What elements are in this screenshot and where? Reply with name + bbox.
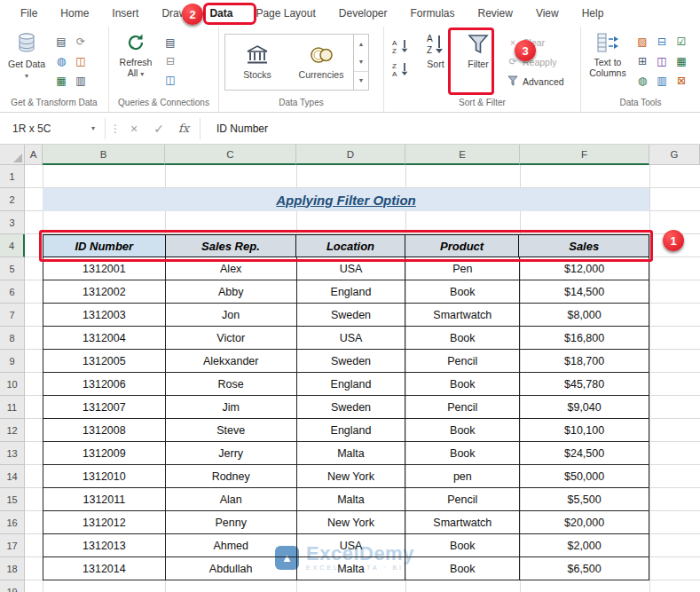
reapply-button[interactable]: ⟳Reapply [507, 56, 564, 67]
table-cell[interactable]: $5,500 [520, 488, 649, 510]
table-cell[interactable]: $20,000 [520, 511, 649, 533]
table-cell[interactable]: 1312008 [43, 419, 166, 441]
advanced-button[interactable]: Advanced [507, 75, 564, 88]
sort-az-icon[interactable]: AZ [389, 36, 413, 54]
formula-input[interactable]: ID Number [216, 122, 268, 135]
table-cell[interactable]: $12,000 [520, 257, 649, 280]
row-header-19[interactable]: 19 [0, 580, 25, 592]
text-to-columns-button[interactable]: Text to Columns [586, 29, 629, 81]
table-cell[interactable]: 1312003 [43, 304, 166, 326]
table-cell[interactable]: 1312014 [43, 557, 166, 580]
data-model-icon[interactable]: ▦ [672, 53, 690, 69]
row-header-16[interactable]: 16 [0, 511, 25, 534]
ribbon-tab-view[interactable]: View [524, 3, 570, 24]
ribbon-tab-insert[interactable]: Insert [100, 3, 150, 24]
row-header-3[interactable]: 3 [0, 211, 25, 234]
ribbon-tab-home[interactable]: Home [49, 3, 100, 24]
table-cell[interactable]: Smartwatch [405, 304, 520, 326]
row-header-6[interactable]: 6 [0, 280, 25, 304]
recent-sources-icon[interactable]: ⟳ [72, 34, 90, 50]
table-icon[interactable]: ▦ [52, 73, 70, 89]
consolidate-icon[interactable]: ⊞ [633, 53, 651, 69]
table-cell[interactable]: $6,500 [520, 557, 649, 580]
table-cell[interactable]: $14,500 [520, 280, 649, 303]
globe-icon[interactable]: ◍ [52, 53, 70, 69]
table-cell[interactable]: $2,000 [520, 534, 649, 556]
grid-icon[interactable]: ▥ [72, 73, 90, 89]
table-cell[interactable]: Jon [166, 304, 297, 326]
table-cell[interactable]: Rodney [166, 465, 297, 487]
insert-function-icon[interactable]: fx [171, 122, 196, 135]
name-box[interactable]: 1R x 5C [4, 117, 85, 140]
row-header-12[interactable]: 12 [0, 419, 25, 442]
row-header-5[interactable]: 5 [0, 257, 25, 280]
table-cell[interactable]: 1312007 [43, 396, 166, 418]
table-cell[interactable]: 1312006 [43, 373, 166, 395]
table-cell[interactable]: Rose [166, 373, 297, 395]
table-cell[interactable]: Pen [405, 257, 520, 280]
table-cell[interactable]: $16,800 [520, 327, 649, 349]
name-box-dropdown-icon[interactable]: ▾ [85, 117, 101, 140]
group-icon[interactable]: ▥ [653, 73, 671, 89]
table-cell[interactable]: New York [297, 465, 406, 487]
table-cell[interactable]: $45,780 [520, 373, 649, 395]
table-cell[interactable]: $8,000 [520, 304, 649, 326]
table-cell[interactable]: 1312011 [43, 488, 166, 510]
table-cell[interactable]: Malta [297, 488, 406, 510]
column-header-d[interactable]: D [296, 145, 405, 165]
row-header-13[interactable]: 13 [0, 442, 25, 465]
table-cell[interactable]: Book [405, 373, 520, 395]
select-all-corner[interactable] [0, 145, 25, 165]
column-header-c[interactable]: C [165, 145, 296, 165]
ribbon-tab-review[interactable]: Review [467, 3, 524, 24]
row-header-11[interactable]: 11 [0, 396, 25, 419]
table-cell[interactable]: Penny [166, 511, 297, 533]
data-validation-icon[interactable]: ☑ [672, 34, 690, 50]
table-cell[interactable]: USA [297, 327, 406, 349]
table-cell[interactable]: England [297, 419, 406, 441]
table-cell[interactable]: Pencil [405, 350, 520, 372]
ribbon-tab-data[interactable]: Data [198, 3, 244, 24]
sort-za-icon[interactable]: ZA [389, 59, 413, 77]
formula-bar-handle-icon[interactable]: ⋮ [109, 122, 122, 135]
table-cell[interactable]: Alekxander [166, 350, 297, 372]
table-cell[interactable]: Ahmed [166, 534, 297, 556]
row-header-1[interactable]: 1 [0, 165, 25, 188]
table-cell[interactable]: Alex [166, 257, 297, 280]
table-cell[interactable]: Book [405, 327, 520, 349]
document-icon[interactable]: ▤ [52, 34, 70, 50]
table-cell[interactable]: Victor [166, 327, 297, 349]
table-cell[interactable]: Book [405, 280, 520, 303]
table-cell[interactable]: England [297, 280, 406, 303]
existing-connections-icon[interactable]: ◫ [72, 53, 90, 69]
column-header-b[interactable]: B [43, 145, 165, 165]
row-header-7[interactable]: 7 [0, 304, 25, 327]
table-cell[interactable]: Abdullah [166, 557, 297, 580]
table-cell[interactable]: $24,500 [520, 442, 649, 464]
table-cell[interactable]: England [297, 373, 406, 395]
table-cell[interactable]: New York [297, 511, 406, 533]
row-header-18[interactable]: 18 [0, 557, 25, 580]
sort-button[interactable]: AZ Sort [414, 29, 457, 72]
table-cell[interactable]: 1312012 [43, 511, 166, 533]
table-cell[interactable]: 1312001 [43, 257, 166, 280]
table-cell[interactable]: $9,040 [520, 396, 649, 418]
table-cell[interactable]: Pencil [405, 396, 520, 418]
flash-fill-icon[interactable]: ▨ [633, 34, 651, 50]
table-cell[interactable]: 1312010 [43, 465, 166, 487]
gallery-up-icon[interactable]: ▲ [354, 35, 368, 52]
get-data-button[interactable]: Get Data ▾ [5, 29, 48, 84]
table-cell[interactable]: 1312013 [43, 534, 166, 556]
table-cell[interactable]: Malta [297, 442, 406, 464]
relationships-icon[interactable]: ◫ [653, 53, 671, 69]
table-cell[interactable]: Book [405, 534, 520, 556]
column-header-a[interactable]: A [25, 145, 43, 165]
ungroup-icon[interactable]: ⊠ [672, 73, 690, 89]
remove-duplicates-icon[interactable]: ⊟ [653, 34, 671, 50]
table-cell[interactable]: Sweden [297, 396, 406, 418]
column-header-e[interactable]: E [405, 145, 520, 165]
column-header-f[interactable]: F [520, 145, 649, 165]
table-cell[interactable]: Smartwatch [405, 511, 520, 533]
sheet-title-cell[interactable]: Applying Filter Option [43, 188, 649, 211]
currencies-button[interactable]: Currencies [289, 35, 353, 90]
